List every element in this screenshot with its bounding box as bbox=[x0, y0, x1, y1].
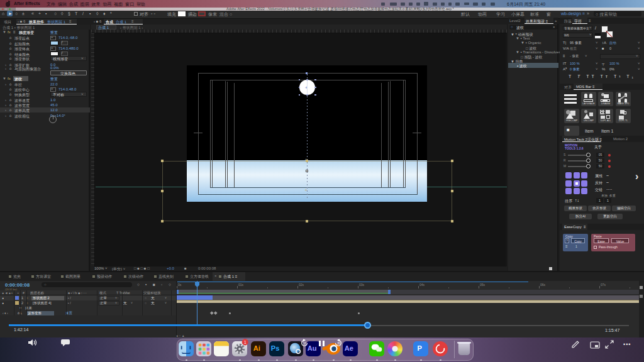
svg-text:10: 10 bbox=[303, 342, 307, 345]
svg-text:30: 30 bbox=[337, 342, 341, 345]
